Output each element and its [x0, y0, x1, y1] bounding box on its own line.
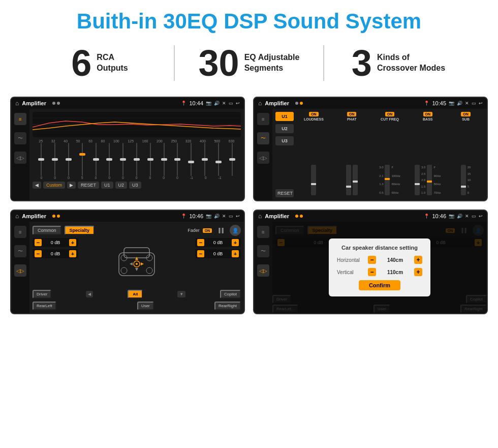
all-btn[interactable]: All — [128, 290, 143, 298]
u3-button-1[interactable]: U3 — [129, 182, 141, 189]
on-badge-loudness: ON — [309, 112, 319, 116]
fader-sidebar-icon-2[interactable]: 〜 — [14, 245, 26, 257]
horizontal-value: 140cm — [378, 257, 412, 263]
cx-right: ON LOUDNESS ON PHAT — [296, 112, 484, 197]
slider-15[interactable] — [228, 143, 236, 176]
reset-btn-cx[interactable]: RESET — [275, 189, 294, 197]
eq-sliders — [33, 143, 241, 176]
slider-3[interactable] — [65, 143, 73, 176]
left-arrow-btn[interactable]: ◀ — [86, 291, 93, 297]
db-minus-4[interactable]: − — [197, 250, 204, 257]
eq-sidebar-icon-1[interactable]: ≡ — [14, 113, 26, 125]
title-1: Amplifier — [22, 100, 46, 106]
db-minus-2[interactable]: − — [35, 250, 42, 257]
u2-btn[interactable]: U2 — [275, 124, 294, 133]
slider-6[interactable] — [105, 143, 113, 176]
cx-loudness: ON LOUDNESS — [296, 112, 332, 197]
cx-sidebar-icon-3[interactable]: ◁▷ — [257, 152, 269, 164]
cutfreq-slider: 3.02.11.30.5 F100Hz80kHz60Hz — [379, 122, 400, 197]
prev-button[interactable]: ◀ — [33, 182, 41, 189]
stat-rca-number: 6 — [71, 45, 91, 81]
home-icon-1: ⌂ — [15, 100, 19, 107]
svg-point-8 — [146, 267, 152, 274]
horizontal-plus-btn[interactable]: + — [414, 256, 422, 264]
fader-sidebar: ≡ 〜 ◁▷ — [11, 222, 29, 313]
rearleft-btn[interactable]: RearLeft — [33, 302, 56, 310]
down-arrow-btn[interactable]: ▼ — [177, 291, 185, 297]
u1-button-1[interactable]: U1 — [101, 182, 113, 189]
status-right-2: 📍 10:45 📷 🔊 ✕ ▭ ↩ — [424, 100, 483, 106]
status-right-4: 📍 10:46 📷 🔊 ✕ ▭ ↩ — [424, 213, 483, 219]
stat-eq: 30 EQ Adjustable Segments — [180, 45, 318, 81]
status-bar-4: ⌂ Amplifier 📍 10:46 📷 🔊 ✕ ▭ ↩ — [254, 211, 487, 222]
slider-12[interactable] — [187, 143, 195, 176]
db-plus-2[interactable]: + — [69, 250, 76, 257]
slider-9[interactable] — [146, 143, 154, 176]
fader-sidebar-icon-3[interactable]: ◁▷ — [14, 264, 26, 277]
db-minus-3[interactable]: − — [197, 239, 204, 246]
stat-divider-1 — [174, 45, 175, 81]
specialty-tab-3[interactable]: Specialty — [65, 226, 95, 235]
user-btn[interactable]: User — [137, 302, 154, 310]
fader-right: − 0 dB + − 0 dB + — [195, 238, 241, 288]
eq-sidebar-icon-3[interactable]: ◁▷ — [14, 152, 26, 164]
rect-icon-3: ▭ — [229, 214, 233, 219]
cam-icon-2: 📷 — [449, 101, 454, 106]
db-plus-4[interactable]: + — [232, 250, 239, 257]
slider-8[interactable] — [133, 143, 141, 176]
common-tab-3[interactable]: Common — [33, 226, 61, 235]
dialog-sidebar-icon-1[interactable]: ≡ — [257, 226, 269, 238]
copilot-btn[interactable]: Copilot — [220, 290, 241, 298]
slider-4[interactable] — [78, 143, 86, 176]
driver-btn[interactable]: Driver — [33, 290, 51, 298]
horizontal-minus-btn[interactable]: − — [368, 256, 376, 264]
u1-btn[interactable]: U1 — [275, 112, 294, 121]
confirm-button[interactable]: Confirm — [359, 280, 400, 290]
vertical-plus-btn[interactable]: + — [414, 268, 422, 276]
stat-crossover: 3 Kinds of Crossover Modes — [329, 45, 468, 81]
cx-main: U1 U2 U3 RESET ON LOUDNESS — [272, 109, 487, 200]
slider-2[interactable] — [51, 143, 59, 176]
cx-left: U1 U2 U3 RESET — [275, 112, 294, 197]
slider-14[interactable] — [214, 143, 223, 176]
rect-icon-4: ▭ — [472, 214, 476, 219]
slider-5[interactable] — [92, 143, 100, 176]
dialog-title: Car speaker distance setting — [337, 245, 422, 251]
cam-icon-4: 📷 — [449, 214, 454, 219]
loudness-slider — [311, 122, 316, 197]
db-minus-1[interactable]: − — [35, 239, 42, 246]
dialog-vertical-label: Vertical — [337, 270, 365, 275]
u3-btn[interactable]: U3 — [275, 136, 294, 145]
reset-button-1[interactable]: RESET — [78, 182, 99, 189]
dot-6 — [57, 215, 60, 218]
fader-sidebar-icon-1[interactable]: ≡ — [14, 226, 26, 238]
cx-sidebar-icon-2[interactable]: 〜 — [257, 132, 269, 144]
slider-11[interactable] — [173, 143, 181, 176]
db-plus-1[interactable]: + — [69, 239, 76, 246]
status-bar-3: ⌂ Amplifier 📍 10:46 📷 🔊 ✕ ▭ ↩ — [11, 211, 244, 222]
status-bar-1: ⌂ Amplifier 📍 10:44 📷 🔊 ✕ ▭ ↩ — [11, 98, 244, 109]
db-plus-3[interactable]: + — [232, 239, 239, 246]
slider-10[interactable] — [160, 143, 168, 176]
dialog-sidebar-icon-2[interactable]: 〜 — [257, 245, 269, 257]
rearright-btn[interactable]: RearRight — [214, 302, 241, 310]
custom-button[interactable]: Custom — [43, 182, 65, 189]
vertical-minus-btn[interactable]: − — [368, 268, 376, 276]
eq-sidebar-icon-2[interactable]: 〜 — [14, 132, 26, 144]
screen-dialog: ⌂ Amplifier 📍 10:46 📷 🔊 ✕ ▭ ↩ ≡ 〜 ◁▷ — [253, 210, 488, 314]
fader-label: Fader — [188, 228, 200, 233]
slider-1[interactable] — [37, 143, 45, 176]
dialog-sidebar-icon-3[interactable]: ◁▷ — [257, 264, 269, 277]
slider-13[interactable] — [201, 143, 209, 176]
next-button[interactable]: ▶ — [67, 182, 76, 189]
u2-button-1[interactable]: U2 — [115, 182, 128, 189]
pin-icon-3: 📍 — [181, 214, 186, 219]
cx-bass: ON BASS 3.02.52.01.51.0 — [410, 112, 446, 197]
stat-divider-2 — [323, 45, 324, 81]
fader-bottom-2: RearLeft User RearRight — [33, 302, 241, 310]
cx-sidebar-icon-1[interactable]: ≡ — [257, 113, 269, 125]
sub-slider: 20151050 — [461, 122, 471, 197]
sub-label: SUB — [462, 117, 470, 121]
slider-7[interactable] — [119, 143, 127, 176]
home-icon-3: ⌂ — [15, 213, 19, 220]
